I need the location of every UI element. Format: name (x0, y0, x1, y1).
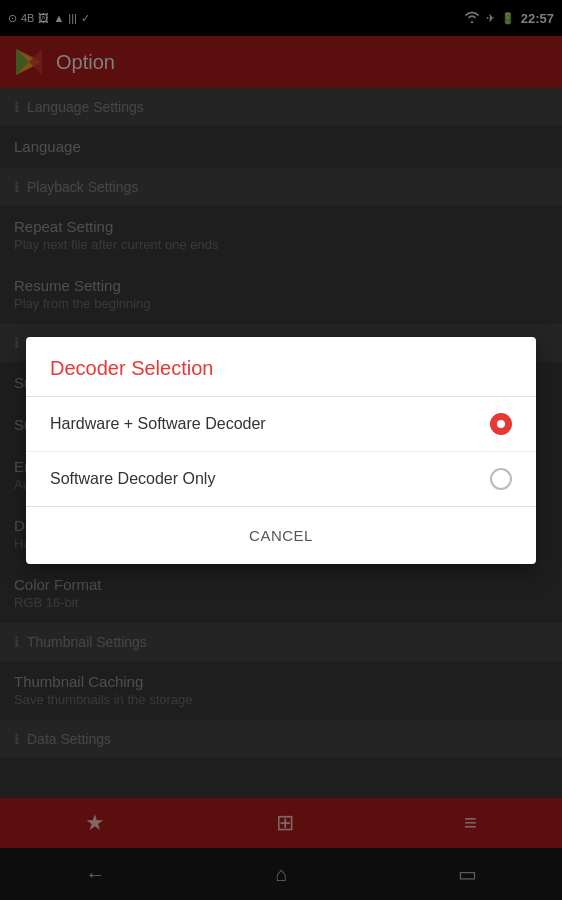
radio-software[interactable] (490, 468, 512, 490)
dialog-option-software-label: Software Decoder Only (50, 470, 215, 488)
decoder-selection-dialog: Decoder Selection Hardware + Software De… (26, 337, 536, 564)
dialog-actions: Cancel (26, 506, 536, 564)
dialog-option-hardware[interactable]: Hardware + Software Decoder (26, 397, 536, 452)
radio-hardware[interactable] (490, 413, 512, 435)
dialog-overlay: Decoder Selection Hardware + Software De… (0, 0, 562, 900)
dialog-cancel-button[interactable]: Cancel (225, 519, 337, 552)
dialog-option-software[interactable]: Software Decoder Only (26, 452, 536, 506)
dialog-options: Hardware + Software Decoder Software Dec… (26, 397, 536, 506)
dialog-option-hardware-label: Hardware + Software Decoder (50, 415, 266, 433)
dialog-title: Decoder Selection (26, 337, 536, 397)
